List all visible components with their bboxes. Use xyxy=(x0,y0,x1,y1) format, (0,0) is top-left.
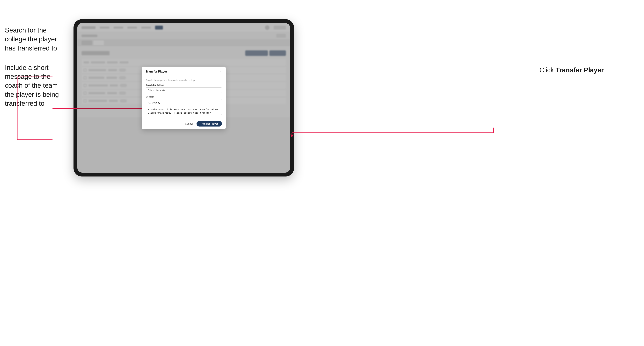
dialog-title: Transfer Player xyxy=(146,70,167,73)
message-textarea[interactable] xyxy=(146,99,222,115)
dialog-header: Transfer Player ✕ xyxy=(142,67,226,76)
left-annotations: Search for the college the player has tr… xyxy=(5,26,68,119)
right-annotation: Click Transfer Player xyxy=(540,66,604,74)
transfer-player-dialog: Transfer Player ✕ Transfer the player an… xyxy=(142,67,226,129)
dialog-footer: Cancel Transfer Player xyxy=(142,119,226,129)
search-college-input[interactable] xyxy=(146,87,222,93)
dialog-body: Transfer the player and their profile to… xyxy=(142,76,226,119)
right-annotation-bold: Transfer Player xyxy=(556,66,604,74)
annotation-search-text: Search for the college the player has tr… xyxy=(5,26,68,53)
tablet-screen: Transfer Player ✕ Transfer the player an… xyxy=(77,23,290,173)
cancel-button[interactable]: Cancel xyxy=(183,121,195,127)
search-college-label: Search for College xyxy=(146,84,222,86)
right-annotation-prefix: Click xyxy=(540,66,556,74)
dialog-overlay: Transfer Player ✕ Transfer the player an… xyxy=(77,23,290,173)
close-button[interactable]: ✕ xyxy=(218,70,222,74)
message-label: Message xyxy=(146,96,222,98)
tablet-frame: Transfer Player ✕ Transfer the player an… xyxy=(74,19,294,176)
transfer-player-button[interactable]: Transfer Player xyxy=(196,121,222,127)
annotation-message-text: Include a short message to the coach of … xyxy=(5,63,68,108)
dialog-subtitle: Transfer the player and their profile to… xyxy=(146,79,222,81)
